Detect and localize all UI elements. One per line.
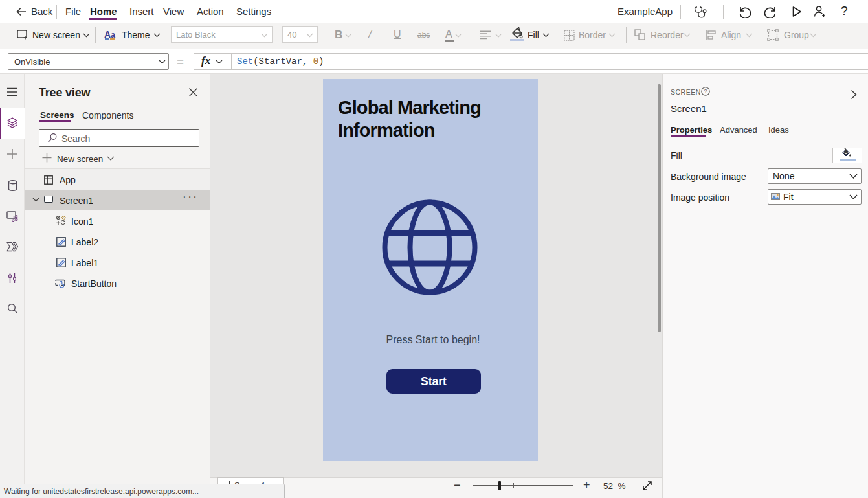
svg-text:?: ? (704, 88, 707, 95)
